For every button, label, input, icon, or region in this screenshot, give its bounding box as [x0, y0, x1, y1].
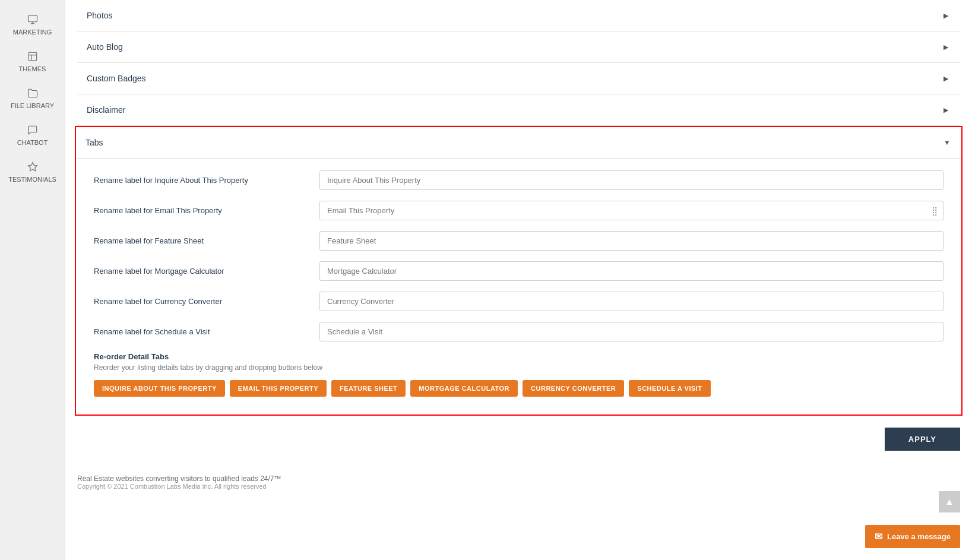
monitor-icon — [24, 13, 41, 26]
field-input-wrapper-schedule — [319, 322, 943, 341]
footer: Real Estate websites converting visitors… — [77, 463, 960, 496]
accordion-title-custom-badges: Custom Badges — [87, 74, 146, 83]
footer-tagline: Real Estate websites converting visitors… — [77, 474, 960, 483]
reorder-title: Re-order Detail Tabs — [94, 352, 943, 361]
leave-message-label: Leave a message — [887, 532, 951, 541]
sidebar-item-marketing[interactable]: MARKETING — [0, 6, 65, 43]
accordion-row-photos: Photos — [77, 0, 960, 31]
sidebar-item-file-library-label: FILE LIBRARY — [11, 102, 54, 109]
sidebar-item-chatbot-label: CHATBOT — [17, 139, 48, 146]
main-content: Photos Auto Blog Custom Badges Disclaime… — [65, 0, 972, 560]
chevron-down-icon-tabs — [942, 138, 952, 147]
sidebar-item-testimonials[interactable]: TESTIMONIALS — [0, 153, 65, 190]
accordion-title-disclaimer: Disclaimer — [87, 105, 125, 115]
accordion-row-custom-badges: Custom Badges — [77, 63, 960, 94]
field-input-feature-sheet[interactable] — [319, 231, 943, 251]
accordion-title-auto-blog: Auto Blog — [87, 42, 123, 52]
reorder-btn-inquire[interactable]: INQUIRE ABOUT THIS PROPERTY — [94, 380, 225, 397]
sidebar-item-chatbot[interactable]: CHATBOT — [0, 116, 65, 153]
sidebar: MARKETING THEMES FILE LIBRARY CHATBOT TE… — [0, 0, 65, 560]
sidebar-item-testimonials-label: TESTIMONIALS — [8, 176, 56, 183]
tabs-content: Rename label for Inquire About This Prop… — [76, 159, 961, 415]
reorder-section: Re-order Detail Tabs Reorder your listin… — [94, 352, 943, 397]
message-icon — [24, 124, 41, 137]
accordion-row-disclaimer: Disclaimer — [77, 94, 960, 126]
reorder-btn-schedule[interactable]: SCHEDULE A VISIT — [629, 380, 710, 397]
chevron-right-icon-auto-blog — [941, 42, 951, 52]
field-row-email: Rename label for Email This Property ⣿ — [94, 201, 943, 220]
reorder-btn-feature-sheet[interactable]: FEATURE SHEET — [331, 380, 406, 397]
field-input-currency[interactable] — [319, 292, 943, 311]
field-label-inquire: Rename label for Inquire About This Prop… — [94, 176, 319, 185]
accordion-header-disclaimer[interactable]: Disclaimer — [77, 94, 960, 125]
apply-button[interactable]: APPLY — [885, 428, 960, 451]
leave-message-icon: ✉ — [875, 531, 882, 542]
svg-marker-6 — [28, 163, 37, 171]
field-input-wrapper-inquire — [319, 170, 943, 190]
accordion-header-photos[interactable]: Photos — [77, 0, 960, 31]
reorder-subtitle: Reorder your listing details tabs by dra… — [94, 363, 943, 372]
apply-area: APPLY — [77, 416, 960, 463]
footer-copyright: Copyright © 2021 Combustion Labs Media I… — [77, 483, 960, 490]
accordion-title-photos: Photos — [87, 11, 113, 20]
sidebar-item-themes-label: THEMES — [19, 65, 46, 72]
field-row-currency: Rename label for Currency Converter — [94, 292, 943, 311]
field-label-schedule: Rename label for Schedule a Visit — [94, 327, 319, 336]
field-label-feature-sheet: Rename label for Feature Sheet — [94, 236, 319, 245]
field-label-mortgage: Rename label for Mortgage Calculator — [94, 267, 319, 276]
leave-message-widget[interactable]: ✉ Leave a message — [865, 525, 960, 548]
chevron-right-icon-photos — [941, 11, 951, 20]
svg-rect-3 — [29, 52, 37, 61]
field-input-mortgage[interactable] — [319, 261, 943, 281]
accordion-row-auto-blog: Auto Blog — [77, 31, 960, 63]
accordion-header-auto-blog[interactable]: Auto Blog — [77, 31, 960, 62]
field-input-email[interactable] — [319, 201, 943, 220]
field-input-wrapper-feature-sheet — [319, 231, 943, 251]
reorder-buttons: INQUIRE ABOUT THIS PROPERTY EMAIL THIS P… — [94, 380, 943, 397]
field-row-feature-sheet: Rename label for Feature Sheet — [94, 231, 943, 251]
field-input-schedule[interactable] — [319, 322, 943, 341]
reorder-btn-email[interactable]: EMAIL THIS PROPERTY — [230, 380, 327, 397]
field-input-wrapper-email: ⣿ — [319, 201, 943, 220]
field-input-wrapper-mortgage — [319, 261, 943, 281]
accordion-header-custom-badges[interactable]: Custom Badges — [77, 63, 960, 94]
chevron-right-icon-custom-badges — [941, 74, 951, 83]
folder-icon — [24, 87, 41, 100]
sidebar-item-marketing-label: MARKETING — [13, 29, 52, 36]
field-row-schedule: Rename label for Schedule a Visit — [94, 322, 943, 341]
accordion-title-tabs: Tabs — [86, 138, 103, 147]
svg-rect-0 — [28, 15, 37, 22]
field-input-inquire[interactable] — [319, 170, 943, 190]
layout-icon — [24, 50, 41, 63]
sidebar-item-themes[interactable]: THEMES — [0, 43, 65, 80]
field-input-wrapper-currency — [319, 292, 943, 311]
reorder-btn-currency[interactable]: CURRENCY CONVERTER — [523, 380, 624, 397]
reorder-btn-mortgage[interactable]: MORTGAGE CALCULATOR — [410, 380, 518, 397]
chevron-right-icon-disclaimer — [941, 105, 951, 115]
resize-icon: ⣿ — [932, 206, 938, 216]
sidebar-item-file-library[interactable]: FILE LIBRARY — [0, 80, 65, 116]
field-row-inquire: Rename label for Inquire About This Prop… — [94, 170, 943, 190]
scroll-to-top-button[interactable]: ▲ — [939, 491, 960, 512]
accordion-header-tabs[interactable]: Tabs — [76, 127, 961, 159]
field-row-mortgage: Rename label for Mortgage Calculator — [94, 261, 943, 281]
field-label-email: Rename label for Email This Property — [94, 206, 319, 215]
star-icon — [24, 160, 41, 173]
tabs-panel: Tabs Rename label for Inquire About This… — [75, 126, 962, 416]
field-label-currency: Rename label for Currency Converter — [94, 297, 319, 306]
